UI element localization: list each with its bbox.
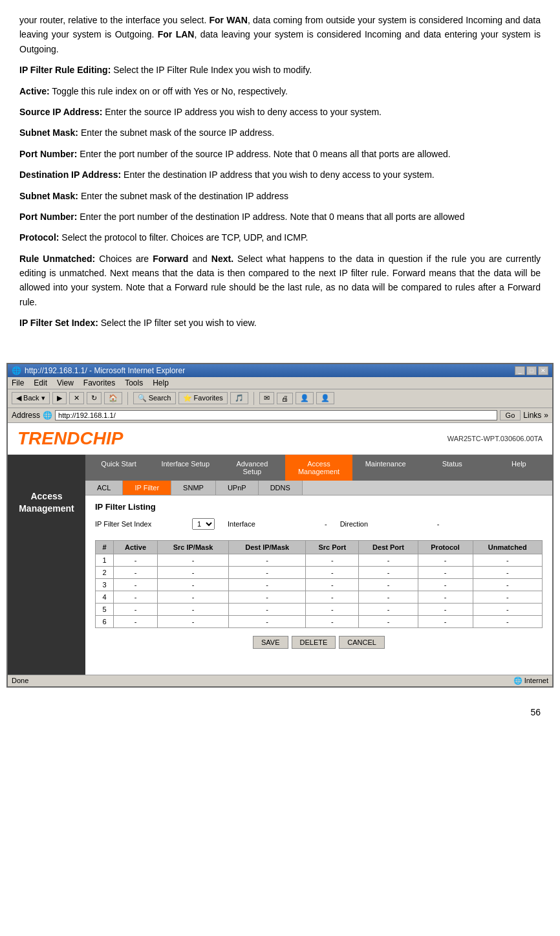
maximize-button[interactable]: □ bbox=[526, 366, 537, 375]
brand-logo: TRENDCHIP bbox=[17, 428, 123, 449]
menu-help[interactable]: Help bbox=[153, 378, 169, 387]
cell-row6-col5: - bbox=[306, 615, 359, 627]
browser-controls[interactable]: _ □ ✕ bbox=[515, 366, 548, 375]
cell-row2-col1: 2 bbox=[96, 566, 114, 578]
nav-access-management[interactable]: Access Management bbox=[285, 455, 352, 481]
cell-row5-col3: - bbox=[157, 603, 228, 615]
paragraph-subnet-mask-dest: Subnet Mask: Enter the subnet mask of th… bbox=[19, 189, 541, 203]
refresh-button[interactable]: ↻ bbox=[87, 392, 102, 404]
go-button[interactable]: Go bbox=[500, 410, 521, 420]
table-row: 6------- bbox=[96, 615, 543, 627]
stop-button[interactable]: ✕ bbox=[69, 392, 84, 404]
action-buttons: SAVE DELETE CANCEL bbox=[95, 636, 543, 649]
tab-content: ACL IP Filter SNMP UPnP DDNS IP Filter L… bbox=[85, 481, 552, 675]
direction-label: Direction bbox=[340, 520, 424, 528]
rule-unmatched-term: Rule Unmatched: bbox=[19, 254, 95, 264]
col-dest-port: Dest Port bbox=[359, 540, 418, 554]
extra-button[interactable]: 👤 bbox=[296, 392, 314, 404]
page-icon: 🌐 bbox=[43, 411, 52, 420]
col-src-ip: Src IP/Mask bbox=[157, 540, 228, 554]
tab-ip-filter[interactable]: IP Filter bbox=[123, 481, 171, 495]
nav-status[interactable]: Status bbox=[419, 455, 486, 481]
browser-titlebar: 🌐 http://192.168.1.1/ - Microsoft Intern… bbox=[8, 364, 552, 377]
cell-row2-col4: - bbox=[229, 566, 306, 578]
menu-file[interactable]: File bbox=[12, 378, 24, 387]
cell-row3-col8: - bbox=[473, 578, 542, 591]
col-num: # bbox=[96, 540, 114, 554]
table-row: 4------- bbox=[96, 591, 543, 603]
cell-row2-col2: - bbox=[114, 566, 158, 578]
ip-filter-set-index-term: IP Filter Set Index: bbox=[19, 318, 98, 328]
cell-row5-col5: - bbox=[306, 603, 359, 615]
paragraph-source-ip: Source IP Address: Enter the source IP a… bbox=[19, 105, 541, 119]
minimize-button[interactable]: _ bbox=[515, 366, 525, 375]
col-src-port: Src Port bbox=[306, 540, 359, 554]
table-row: 5------- bbox=[96, 603, 543, 615]
favorites-button[interactable]: ⭐ Favorites bbox=[178, 392, 228, 404]
nav-quick-start[interactable]: Quick Start bbox=[85, 455, 152, 481]
cell-row5-col2: - bbox=[114, 603, 158, 615]
nav-maintenance[interactable]: Maintenance bbox=[352, 455, 419, 481]
cell-row1-col3: - bbox=[157, 554, 228, 566]
status-done: Done bbox=[12, 677, 28, 684]
for-wan-bold: For WAN bbox=[209, 15, 247, 25]
back-button[interactable]: ◀ Back ▾ bbox=[12, 392, 50, 404]
home-button[interactable]: 🏠 bbox=[104, 392, 122, 404]
tab-acl[interactable]: ACL bbox=[85, 481, 123, 495]
page-number: 56 bbox=[0, 701, 560, 724]
paragraph-ip-filter-editing: IP Filter Rule Editing: Select the IP Fi… bbox=[19, 63, 541, 77]
extra-button-2[interactable]: 👤 bbox=[316, 392, 334, 404]
index-select[interactable]: 1 2 3 bbox=[192, 518, 215, 530]
cell-row4-col5: - bbox=[306, 591, 359, 603]
tab-bar: ACL IP Filter SNMP UPnP DDNS bbox=[85, 481, 552, 495]
cell-row1-col5: - bbox=[306, 554, 359, 566]
forward-button[interactable]: ▶ bbox=[52, 392, 67, 404]
menu-edit[interactable]: Edit bbox=[34, 378, 47, 387]
cell-row6-col8: - bbox=[473, 615, 542, 627]
interface-label: Interface bbox=[228, 520, 312, 528]
table-row: 1------- bbox=[96, 554, 543, 566]
paragraph-dest-ip: Destination IP Address: Enter the destin… bbox=[19, 168, 541, 182]
nav-advanced-setup[interactable]: Advanced Setup bbox=[219, 455, 285, 481]
router-page: TRENDCHIP WAR25TC-WPT.030606.00TA Quick … bbox=[8, 423, 552, 675]
close-button[interactable]: ✕ bbox=[538, 366, 548, 375]
browser-title: http://192.168.1.1/ - Microsoft Internet… bbox=[25, 366, 185, 375]
cell-row3-col2: - bbox=[114, 578, 158, 591]
browser-toolbar: ◀ Back ▾ ▶ ✕ ↻ 🏠 🔍 Search ⭐ Favorites 🎵 … bbox=[8, 389, 552, 408]
links-label: Links bbox=[523, 411, 541, 420]
tab-ddns[interactable]: DDNS bbox=[259, 481, 303, 495]
cell-row3-col7: - bbox=[418, 578, 473, 591]
menu-tools[interactable]: Tools bbox=[125, 378, 143, 387]
ip-filter-editing-term: IP Filter Rule Editing: bbox=[19, 65, 111, 75]
cancel-button[interactable]: CANCEL bbox=[339, 636, 385, 649]
delete-button[interactable]: DELETE bbox=[292, 636, 336, 649]
internet-label: Internet bbox=[524, 677, 548, 684]
cell-row6-col1: 6 bbox=[96, 615, 114, 627]
address-input[interactable] bbox=[55, 410, 497, 420]
cell-row3-col5: - bbox=[306, 578, 359, 591]
cell-row1-col1: 1 bbox=[96, 554, 114, 566]
print-button[interactable]: 🖨 bbox=[277, 393, 293, 404]
cell-row4-col6: - bbox=[359, 591, 418, 603]
index-label: IP Filter Set Index bbox=[95, 520, 179, 528]
address-label: Address bbox=[12, 411, 40, 420]
col-protocol: Protocol bbox=[418, 540, 473, 554]
mail-button[interactable]: ✉ bbox=[259, 392, 274, 404]
cell-row2-col3: - bbox=[157, 566, 228, 578]
cell-row4-col4: - bbox=[229, 591, 306, 603]
menu-view[interactable]: View bbox=[57, 378, 74, 387]
cell-row4-col1: 4 bbox=[96, 591, 114, 603]
menu-favorites[interactable]: Favorites bbox=[83, 378, 115, 387]
cell-row2-col7: - bbox=[418, 566, 473, 578]
form-row-index: IP Filter Set Index 1 2 3 Interface - Di… bbox=[95, 518, 543, 530]
tab-snmp[interactable]: SNMP bbox=[171, 481, 216, 495]
save-button[interactable]: SAVE bbox=[253, 636, 288, 649]
nav-help[interactable]: Help bbox=[486, 455, 552, 481]
cell-row6-col6: - bbox=[359, 615, 418, 627]
direction-value: - bbox=[437, 520, 440, 528]
nav-interface-setup[interactable]: Interface Setup bbox=[152, 455, 219, 481]
search-button[interactable]: 🔍 Search bbox=[133, 392, 176, 404]
page-content: IP Filter Listing IP Filter Set Index 1 … bbox=[85, 495, 552, 655]
tab-upnp[interactable]: UPnP bbox=[216, 481, 259, 495]
media-button[interactable]: 🎵 bbox=[230, 392, 248, 404]
